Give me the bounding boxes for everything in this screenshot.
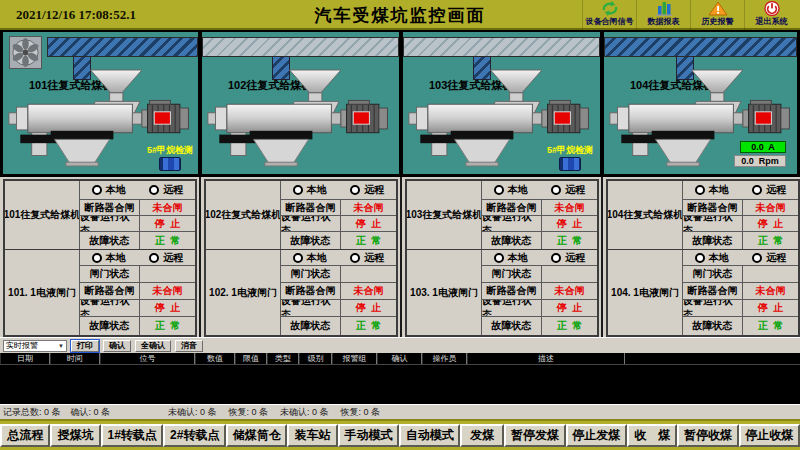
row-label: 设备运行状态 <box>281 216 341 232</box>
control-mode-row: 本地 远程 <box>482 250 597 266</box>
remote-radio[interactable]: 远程 <box>350 183 384 197</box>
row-label: 断路器合闸 <box>482 200 542 216</box>
remote-label: 远程 <box>565 183 585 197</box>
manual-mode-button[interactable]: 手动模式 <box>338 424 399 447</box>
remote-radio[interactable]: 远程 <box>551 251 585 265</box>
row-label: 故障状态 <box>683 317 743 335</box>
row-value <box>743 266 798 283</box>
pause-send-coal-button[interactable]: 暂停发煤 <box>504 424 565 447</box>
row-value: 正 常 <box>341 232 396 249</box>
remote-radio[interactable]: 远程 <box>350 251 384 265</box>
row-label: 故障状态 <box>683 232 743 249</box>
nav-transfer-point-2-button[interactable]: 2#转载点 <box>163 424 226 447</box>
local-radio[interactable]: 本地 <box>695 251 729 265</box>
ceiling-beam <box>403 37 600 57</box>
radio-circle-icon <box>149 185 159 195</box>
control-mode-row: 本地 远程 <box>281 181 396 200</box>
column-divider <box>400 177 402 337</box>
exit-system-button[interactable]: 退出系统 <box>744 0 798 30</box>
nav-coal-silo-button[interactable]: 储煤筒仓 <box>226 424 287 447</box>
row-value: 停 止 <box>341 300 396 317</box>
col-time: 时间 <box>50 353 100 364</box>
row-label: 故障状态 <box>482 232 542 249</box>
alarm-status-bar: 记录总数: 0 条 确认: 0 条 未确认: 0 条 恢复: 0 条 未确认: … <box>0 404 800 419</box>
radio-circle-icon <box>293 185 303 195</box>
remote-radio[interactable]: 远程 <box>752 183 786 197</box>
alarm-table-header: 日期 时间 位号 数值 限值 类型 级别 报警组 确认 操作员 描述 <box>0 353 800 365</box>
row-label: 断路器合闸 <box>281 283 341 300</box>
radio-circle-icon <box>92 185 102 195</box>
history-alarm-button[interactable]: 历史报警 <box>690 0 744 30</box>
col-ack: 确认 <box>377 353 422 364</box>
remote-label: 远程 <box>163 183 183 197</box>
row-label: 故障状态 <box>80 232 140 249</box>
column-divider <box>199 177 201 337</box>
local-label: 本地 <box>307 251 327 265</box>
row-value: 正 常 <box>341 317 396 335</box>
remote-radio[interactable]: 远程 <box>752 251 786 265</box>
data-report-button[interactable]: 数据报表 <box>636 0 690 30</box>
feeder-machine-graphic <box>206 68 396 168</box>
print-button[interactable]: 打印 <box>71 340 99 352</box>
panel-feeder-101: 101往复式给煤机 5#甲烷检测 <box>3 32 198 174</box>
local-radio[interactable]: 本地 <box>695 183 729 197</box>
local-radio[interactable]: 本地 <box>494 183 528 197</box>
radio-circle-icon <box>695 253 705 263</box>
local-radio[interactable]: 本地 <box>494 251 528 265</box>
alarm-list-body[interactable] <box>0 365 800 404</box>
methane-sensor-icon <box>559 157 581 171</box>
row-value: 停 止 <box>542 216 597 232</box>
radio-circle-icon <box>551 253 561 263</box>
send-coal-button[interactable]: 发煤 <box>460 424 504 447</box>
nav-coal-pit-button[interactable]: 授煤坑 <box>50 424 100 447</box>
receive-coal-button[interactable]: 收 煤 <box>627 424 677 447</box>
stop-receive-coal-button[interactable]: 停止收煤 <box>739 424 800 447</box>
device-close-signal-button[interactable]: 设备合闸信号 <box>582 0 636 30</box>
device-name: 101往复式给煤机 <box>5 181 80 249</box>
row-value: 未合闸 <box>341 283 396 300</box>
remote-radio[interactable]: 远程 <box>149 251 183 265</box>
current-readout: 0.0 A <box>740 141 786 153</box>
acknowledge-button[interactable]: 确认 <box>103 340 131 352</box>
row-label: 设备运行状态 <box>281 300 341 317</box>
col-limit: 限值 <box>235 353 267 364</box>
acknowledge-all-button[interactable]: 全确认 <box>135 340 171 352</box>
row-value: 正 常 <box>542 232 597 249</box>
col-value: 数值 <box>195 353 235 364</box>
nav-loading-station-button[interactable]: 装车站 <box>287 424 337 447</box>
pause-receive-coal-button[interactable]: 暂停收煤 <box>677 424 738 447</box>
title-bar: 2021/12/16 17:08:52.1 汽车受煤坑监控画面 设备合闸信号 数… <box>0 0 800 30</box>
control-mode-row: 本地 远程 <box>80 181 195 200</box>
fan-icon <box>9 36 42 69</box>
device-name: 103. 1电液闸门 <box>407 250 482 335</box>
local-radio[interactable]: 本地 <box>293 183 327 197</box>
local-radio[interactable]: 本地 <box>92 251 126 265</box>
alarm-filter-dropdown[interactable]: 实时报警 ▼ <box>3 340 67 352</box>
remote-label: 远程 <box>766 251 786 265</box>
row-label: 闸门状态 <box>482 266 542 283</box>
local-radio[interactable]: 本地 <box>293 251 327 265</box>
row-label: 设备运行状态 <box>482 300 542 317</box>
row-label: 故障状态 <box>281 232 341 249</box>
alarm-filter-value: 实时报警 <box>6 340 38 351</box>
remote-radio[interactable]: 远程 <box>551 183 585 197</box>
row-label: 设备运行状态 <box>683 216 743 232</box>
radio-circle-icon <box>551 185 561 195</box>
mute-button[interactable]: 消音 <box>175 340 203 352</box>
remote-label: 远程 <box>364 251 384 265</box>
status-column-102: 102往复式给煤机 本地 远程 断路器合闸 未合闸 设备运行状态 停 止 故障状… <box>204 179 398 337</box>
nav-total-flow-button[interactable]: 总流程 <box>0 424 50 447</box>
remote-radio[interactable]: 远程 <box>149 183 183 197</box>
row-value <box>341 266 396 283</box>
control-mode-row: 本地 远程 <box>80 250 195 266</box>
auto-mode-button[interactable]: 自动模式 <box>399 424 460 447</box>
local-radio[interactable]: 本地 <box>92 183 126 197</box>
nav-transfer-point-1-button[interactable]: 1#转载点 <box>101 424 164 447</box>
row-label: 断路器合闸 <box>683 200 743 216</box>
ack-count: 确认: 0 条 <box>71 406 111 419</box>
status-area: 101往复式给煤机 本地 远程 断路器合闸 未合闸 设备运行状态 停 止 故障状… <box>0 177 800 337</box>
stop-send-coal-button[interactable]: 停止发煤 <box>566 424 627 447</box>
row-value: 停 止 <box>140 300 195 317</box>
unack-count-2: 未确认: 0 条 <box>280 406 329 419</box>
col-level: 级别 <box>299 353 332 364</box>
